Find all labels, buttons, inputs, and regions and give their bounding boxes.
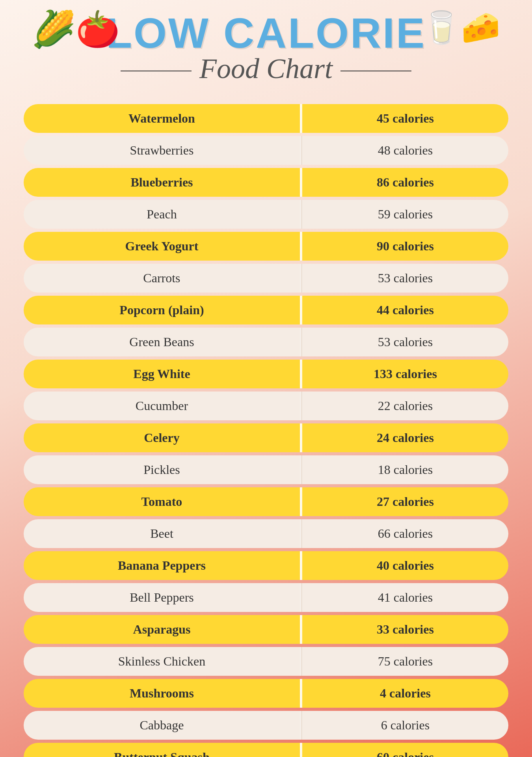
table-row: Mushrooms4 calories <box>24 679 508 708</box>
food-calories: 53 calories <box>302 264 508 293</box>
food-emoji-right: 🥛🧀 <box>422 12 500 43</box>
food-name: Green Beans <box>24 328 300 356</box>
table-row: Green Beans53 calories <box>24 328 508 356</box>
table-row: Popcorn (plain)44 calories <box>24 296 508 324</box>
food-calories: 48 calories <box>302 136 508 165</box>
food-name: Blueberries <box>24 168 300 197</box>
food-name: Peach <box>24 200 300 229</box>
table-row: Peach59 calories <box>24 200 508 229</box>
food-name: Beet <box>24 519 300 548</box>
food-name: Popcorn (plain) <box>24 296 300 324</box>
table-row: Strawberries48 calories <box>24 136 508 165</box>
food-name: Butternut Squash <box>24 743 300 757</box>
food-calories: 86 calories <box>302 168 508 197</box>
header-line-left <box>121 71 192 71</box>
food-calories: 27 calories <box>302 487 508 516</box>
food-name: Greek Yogurt <box>24 232 300 261</box>
food-name: Strawberries <box>24 136 300 165</box>
food-calories: 24 calories <box>302 423 508 452</box>
table-row: Banana Peppers40 calories <box>24 551 508 580</box>
food-calories: 18 calories <box>302 455 508 484</box>
page-header: 🌽🍅 🥛🧀 LOW CALORIE Food Chart <box>24 12 508 85</box>
food-name: Watermelon <box>24 104 300 133</box>
food-name: Cabbage <box>24 711 300 740</box>
food-name: Pickles <box>24 455 300 484</box>
food-emoji-left: 🌽🍅 <box>32 12 120 47</box>
food-calories: 44 calories <box>302 296 508 324</box>
food-name: Cucumber <box>24 392 300 420</box>
food-name: Banana Peppers <box>24 551 300 580</box>
table-row: Egg White133 calories <box>24 360 508 388</box>
food-calories: 4 calories <box>302 679 508 708</box>
food-name: Bell Peppers <box>24 583 300 612</box>
food-name: Asparagus <box>24 615 300 644</box>
food-calories: 41 calories <box>302 583 508 612</box>
table-row: Watermelon45 calories <box>24 104 508 133</box>
food-calories: 53 calories <box>302 328 508 356</box>
food-calories: 60 calories <box>302 743 508 757</box>
food-calories: 6 calories <box>302 711 508 740</box>
table-row: Beet66 calories <box>24 519 508 548</box>
header-line-right <box>340 71 411 71</box>
table-row: Asparagus33 calories <box>24 615 508 644</box>
page-title-sub: Food Chart <box>199 52 333 85</box>
food-calories: 90 calories <box>302 232 508 261</box>
food-calories: 66 calories <box>302 519 508 548</box>
table-row: Celery24 calories <box>24 423 508 452</box>
food-name: Celery <box>24 423 300 452</box>
table-row: Blueberries86 calories <box>24 168 508 197</box>
table-row: Bell Peppers41 calories <box>24 583 508 612</box>
food-calories: 133 calories <box>302 360 508 388</box>
table-row: Tomato27 calories <box>24 487 508 516</box>
table-row: Butternut Squash60 calories <box>24 743 508 757</box>
table-row: Carrots53 calories <box>24 264 508 293</box>
food-calories: 33 calories <box>302 615 508 644</box>
table-row: Cucumber22 calories <box>24 392 508 420</box>
food-name: Tomato <box>24 487 300 516</box>
table-row: Cabbage6 calories <box>24 711 508 740</box>
food-name: Carrots <box>24 264 300 293</box>
table-row: Pickles18 calories <box>24 455 508 484</box>
food-calories: 75 calories <box>302 647 508 676</box>
food-calories: 40 calories <box>302 551 508 580</box>
table-row: Greek Yogurt90 calories <box>24 232 508 261</box>
food-name: Egg White <box>24 360 300 388</box>
food-chart-table: Watermelon45 caloriesStrawberries48 calo… <box>24 101 508 757</box>
food-calories: 45 calories <box>302 104 508 133</box>
food-calories: 59 calories <box>302 200 508 229</box>
food-name: Skinless Chicken <box>24 647 300 676</box>
food-name: Mushrooms <box>24 679 300 708</box>
food-calories: 22 calories <box>302 392 508 420</box>
table-row: Skinless Chicken75 calories <box>24 647 508 676</box>
